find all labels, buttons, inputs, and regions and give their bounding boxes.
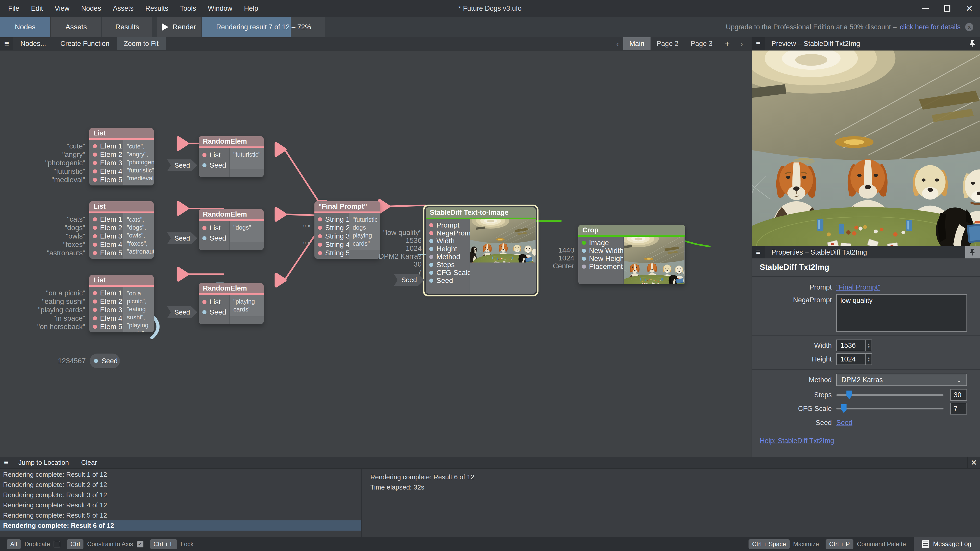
port-seed[interactable]: Seed: [199, 160, 229, 170]
node-seed-source[interactable]: Seed: [90, 354, 120, 368]
hamburger-icon[interactable]: ≡: [752, 37, 765, 50]
minimize-icon[interactable]: [920, 3, 931, 14]
toolbar-button-zoom-to-fit[interactable]: Zoom to Fit: [117, 37, 166, 50]
output-connector-icon[interactable]: [178, 268, 187, 280]
seed-tag[interactable]: Seed: [167, 159, 197, 171]
port-dot-icon[interactable]: [582, 257, 586, 261]
node-fp[interactable]: "Final Prompt"String 1String 2String 3St…: [314, 201, 380, 259]
port-dot-icon[interactable]: [429, 239, 433, 243]
port-dot-icon[interactable]: [93, 251, 97, 255]
menu-tools[interactable]: Tools: [180, 5, 196, 13]
chevron-left-icon[interactable]: ‹: [612, 37, 623, 50]
tab-assets[interactable]: Assets: [51, 17, 101, 37]
port-dot-icon[interactable]: [93, 218, 97, 221]
output-connector-icon[interactable]: [276, 144, 285, 156]
node-list3[interactable]: ListElem 1Elem 2Elem 3Elem 4Elem 5"on a …: [89, 275, 154, 332]
port-dot-icon[interactable]: [429, 247, 433, 251]
hamburger-icon[interactable]: ≡: [752, 246, 765, 259]
cfg-value-box[interactable]: 7: [950, 403, 967, 414]
port-dot-icon[interactable]: [202, 153, 207, 157]
seed-tag[interactable]: Seed: [167, 232, 197, 244]
port-dot-icon[interactable]: [202, 236, 207, 240]
port-dot-icon[interactable]: [202, 226, 207, 230]
port-dot-icon[interactable]: [93, 144, 97, 148]
upgrade-link[interactable]: click here for details: [900, 23, 961, 31]
port-dot-icon[interactable]: [582, 241, 586, 245]
port-dot-icon[interactable]: [93, 243, 97, 247]
checkbox-unchecked[interactable]: [54, 541, 60, 548]
page-tab-main[interactable]: Main: [623, 37, 651, 50]
tab-results[interactable]: Results: [102, 17, 152, 37]
negaprompt-textarea[interactable]: low quality: [836, 294, 967, 332]
port-dot-icon[interactable]: [93, 152, 97, 157]
port-seed[interactable]: Seed: [199, 233, 229, 243]
port-dot-icon[interactable]: [202, 310, 207, 314]
seed-tag[interactable]: Seed: [167, 306, 197, 318]
port-elem-4[interactable]: Elem 4: [89, 240, 123, 249]
port-dot-icon[interactable]: [318, 243, 322, 247]
output-connector-icon[interactable]: [178, 203, 187, 214]
port-dot-icon[interactable]: [202, 163, 207, 167]
port-dot-icon[interactable]: [429, 255, 433, 259]
page-tab-page-2[interactable]: Page 2: [651, 37, 685, 50]
port-elem-5[interactable]: Elem 5: [89, 322, 123, 331]
render-progress-tab[interactable]: Rendering result 7 of 12 – 72%: [202, 17, 325, 37]
port-elem-3[interactable]: Elem 3: [89, 159, 123, 167]
port-string-2[interactable]: String 2: [314, 224, 348, 232]
add-page-button[interactable]: +: [719, 37, 736, 50]
pushpin-icon[interactable]: [965, 246, 980, 259]
output-connector-icon[interactable]: [380, 200, 389, 212]
log-entry[interactable]: Rendering complete: Result 3 of 12: [0, 490, 361, 500]
menu-file[interactable]: File: [8, 5, 19, 13]
page-tab-page-3[interactable]: Page 3: [684, 37, 719, 50]
port-dot-icon[interactable]: [429, 271, 433, 275]
steps-value-box[interactable]: 30: [950, 389, 967, 401]
steps-slider-thumb[interactable]: [846, 391, 852, 399]
wire[interactable]: [388, 205, 425, 206]
output-connector-icon[interactable]: [178, 138, 187, 149]
chevron-right-icon[interactable]: ›: [736, 37, 747, 50]
menu-results[interactable]: Results: [145, 5, 168, 13]
port-elem-3[interactable]: Elem 3: [89, 306, 123, 314]
prompt-value-link[interactable]: "Final Prompt": [836, 283, 880, 291]
port-dot-icon[interactable]: [93, 169, 97, 173]
maximize-icon[interactable]: [942, 3, 953, 14]
menu-assets[interactable]: Assets: [113, 5, 134, 13]
port-seed[interactable]: Seed: [199, 307, 229, 318]
log-button-clear[interactable]: Clear: [75, 457, 103, 468]
width-stepper[interactable]: 1536 ▴▾: [836, 340, 872, 351]
port-dot-icon[interactable]: [93, 325, 97, 329]
port-dot-icon[interactable]: [94, 359, 98, 363]
close-icon[interactable]: ✕: [967, 457, 980, 468]
menu-view[interactable]: View: [55, 5, 69, 13]
help-link[interactable]: Help: StableDiff Txt2Img: [760, 437, 834, 445]
port-method[interactable]: Method: [426, 253, 469, 261]
log-entry[interactable]: Rendering complete: Result 4 of 12: [0, 500, 361, 510]
seed-value-link[interactable]: Seed: [836, 419, 853, 427]
height-stepper[interactable]: 1024 ▴▾: [836, 353, 872, 365]
port-dot-icon[interactable]: [93, 234, 97, 238]
port-dot-icon[interactable]: [318, 251, 322, 255]
port-seed[interactable]: Seed: [426, 276, 469, 284]
cfg-slider-thumb[interactable]: [841, 404, 846, 413]
close-icon[interactable]: ✕: [964, 3, 974, 14]
port-width[interactable]: Width: [426, 237, 469, 245]
port-dot-icon[interactable]: [93, 308, 97, 312]
port-string-5[interactable]: String 5: [314, 249, 348, 257]
port-dot-icon[interactable]: [318, 218, 322, 221]
port-dot-icon[interactable]: [93, 300, 97, 303]
steps-slider[interactable]: [836, 389, 943, 401]
port-negaprompt[interactable]: NegaPrompt: [426, 229, 469, 237]
port-elem-4[interactable]: Elem 4: [89, 167, 123, 176]
stepper-arrows-icon[interactable]: ▴▾: [865, 340, 872, 351]
port-list[interactable]: List: [199, 150, 229, 160]
log-entry[interactable]: Rendering complete: Result 2 of 12: [0, 480, 361, 490]
seed-tag[interactable]: Seed: [394, 274, 424, 286]
log-entry[interactable]: Rendering complete: Result 5 of 12: [0, 510, 361, 520]
port-elem-2[interactable]: Elem 2: [89, 297, 123, 306]
log-button-jump-to-location[interactable]: Jump to Location: [12, 457, 75, 468]
menu-edit[interactable]: Edit: [31, 5, 43, 13]
menu-nodes[interactable]: Nodes: [81, 5, 101, 13]
dismiss-upgrade-icon[interactable]: x: [965, 23, 974, 31]
log-entry[interactable]: Rendering complete: Result 6 of 12: [0, 520, 361, 530]
